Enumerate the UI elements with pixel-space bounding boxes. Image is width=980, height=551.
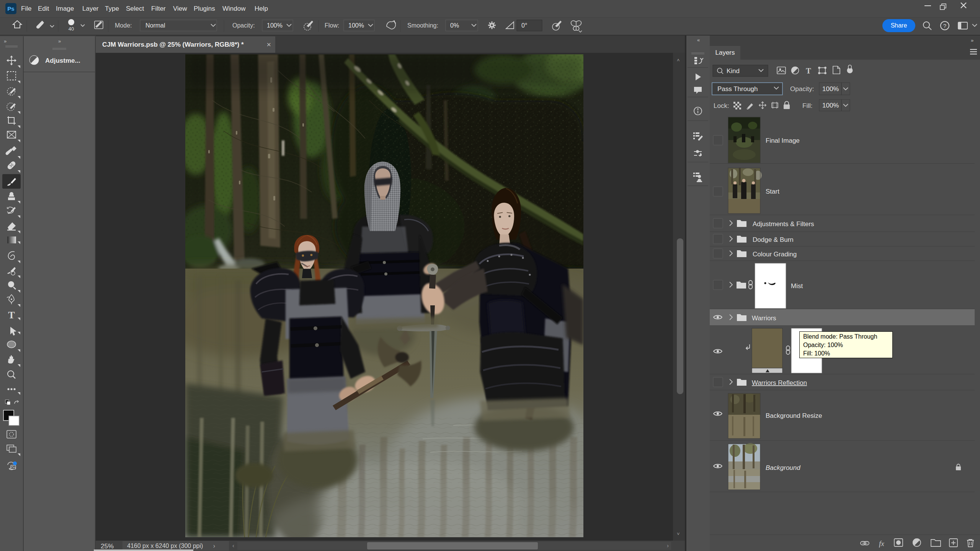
svg-text:Fill:: Fill: bbox=[802, 102, 812, 109]
svg-text:0°: 0° bbox=[521, 22, 527, 29]
svg-text:Mode:: Mode: bbox=[115, 22, 132, 29]
svg-text:Warriors: Warriors bbox=[752, 315, 776, 322]
svg-text:Mist: Mist bbox=[791, 282, 803, 290]
svg-text:100%: 100% bbox=[822, 102, 839, 109]
svg-text:Background Resize: Background Resize bbox=[766, 412, 822, 419]
svg-text:Background: Background bbox=[766, 464, 800, 471]
svg-text:Colour Grading: Colour Grading bbox=[753, 251, 797, 258]
svg-text:T: T bbox=[806, 67, 811, 75]
svg-text:»: » bbox=[4, 38, 7, 44]
svg-text:Dodge & Burn: Dodge & Burn bbox=[753, 236, 794, 243]
svg-text:Adjustments & Filters: Adjustments & Filters bbox=[753, 220, 814, 228]
svg-text:Opacity:: Opacity: bbox=[790, 85, 814, 93]
svg-text:Adjustme...: Adjustme... bbox=[45, 57, 80, 64]
svg-text:100%: 100% bbox=[822, 85, 839, 93]
svg-text:Start: Start bbox=[766, 188, 779, 195]
svg-text:Final Image: Final Image bbox=[766, 137, 800, 144]
svg-text:0%: 0% bbox=[450, 22, 459, 29]
svg-text:40: 40 bbox=[69, 26, 74, 32]
svg-text:100%: 100% bbox=[267, 22, 283, 29]
svg-text:?: ? bbox=[943, 23, 946, 29]
svg-text:T: T bbox=[8, 310, 15, 321]
svg-text:»: » bbox=[58, 38, 61, 44]
svg-text:Pass Through: Pass Through bbox=[717, 85, 758, 93]
svg-text:100%: 100% bbox=[348, 22, 364, 29]
svg-text:Lock:: Lock: bbox=[714, 102, 729, 109]
svg-text:Kind: Kind bbox=[727, 67, 740, 75]
svg-text:Flow:: Flow: bbox=[325, 22, 339, 29]
svg-text:Opacity:: Opacity: bbox=[232, 22, 255, 29]
svg-text:Warriors Reflection: Warriors Reflection bbox=[752, 379, 807, 386]
svg-text:fx: fx bbox=[879, 540, 884, 548]
svg-text:«: « bbox=[697, 37, 700, 43]
svg-text:Smoothing:: Smoothing: bbox=[407, 22, 438, 29]
svg-text:Normal: Normal bbox=[145, 22, 165, 29]
